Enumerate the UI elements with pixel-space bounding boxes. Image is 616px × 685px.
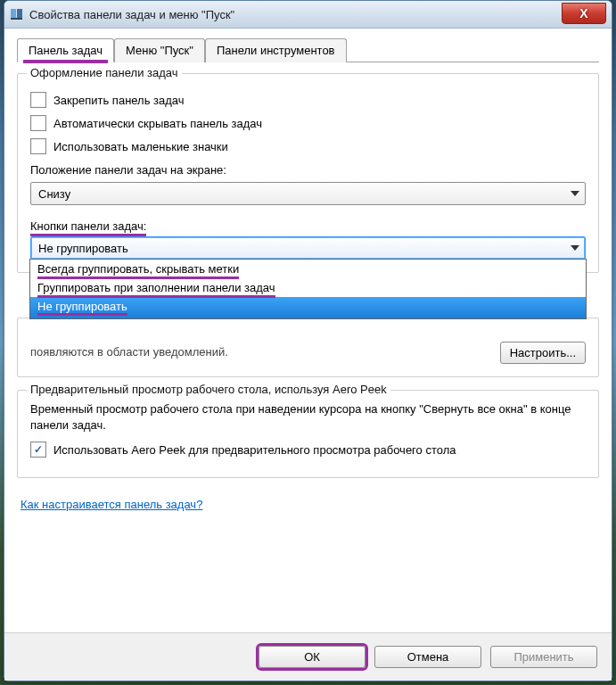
label-taskbar-position: Положение панели задач на экране:	[30, 163, 586, 177]
dialog-content: Панель задач Меню "Пуск" Панели инструме…	[4, 29, 612, 632]
row-lock-taskbar[interactable]: Закрепить панель задач	[30, 92, 586, 108]
cancel-button[interactable]: Отмена	[374, 646, 481, 668]
checkbox-aero-peek[interactable]	[30, 442, 46, 458]
help-link[interactable]: Как настраивается панель задач?	[21, 498, 202, 511]
tab-toolbars[interactable]: Панели инструментов	[205, 38, 347, 62]
row-small-icons[interactable]: Использовать маленькие значки	[30, 138, 586, 154]
label-aero-peek: Использовать Aero Peek для предварительн…	[53, 443, 456, 457]
dropdown-list: Всегда группировать, скрывать метки Груп…	[29, 259, 587, 319]
dropdown-buttons-value: Не группировать	[38, 242, 128, 255]
customize-button[interactable]: Настроить...	[500, 342, 586, 364]
option-combine-when-full[interactable]: Группировать при заполнении панели задач	[30, 278, 586, 297]
checkbox-small-icons[interactable]	[30, 138, 46, 154]
legend-aero-peek: Предварительный просмотр рабочего стола,…	[27, 383, 390, 396]
close-button[interactable]: X	[562, 3, 606, 24]
dropdown-taskbar-buttons[interactable]: Не группировать	[30, 236, 586, 260]
legend-appearance: Оформление панели задач	[27, 66, 182, 79]
apply-button[interactable]: Применить	[490, 646, 597, 668]
label-autohide: Автоматически скрывать панель задач	[53, 117, 262, 130]
label-lock-taskbar: Закрепить панель задач	[53, 94, 185, 107]
row-aero-peek[interactable]: Использовать Aero Peek для предварительн…	[30, 442, 586, 458]
dialog-window: Свойства панели задач и меню "Пуск" X Па…	[4, 0, 612, 681]
option-always-combine[interactable]: Всегда группировать, скрывать метки	[30, 260, 586, 278]
close-icon: X	[579, 6, 587, 21]
chevron-down-icon	[571, 245, 579, 251]
chevron-down-icon	[571, 191, 579, 196]
titlebar: Свойства панели задач и меню "Пуск" X	[4, 1, 612, 29]
tab-start-menu[interactable]: Меню "Пуск"	[114, 38, 205, 62]
svg-rect-2	[11, 18, 22, 20]
window-title: Свойства панели задач и меню "Пуск"	[29, 8, 234, 21]
tab-taskbar[interactable]: Панель задач	[17, 38, 114, 62]
dialog-button-bar: ОК Отмена Применить	[4, 632, 612, 681]
group-taskbar-appearance: Оформление панели задач Закрепить панель…	[17, 73, 599, 273]
ok-button[interactable]: ОК	[259, 646, 365, 668]
aero-peek-description: Временный просмотр рабочего стола при на…	[30, 401, 586, 433]
notification-area-text: появляются в области уведомлений.	[30, 345, 228, 360]
dropdown-wrap: Не группировать Всегда группировать, скр…	[30, 236, 586, 260]
label-taskbar-buttons: Кнопки панели задач:	[30, 219, 146, 233]
dropdown-taskbar-position[interactable]: Снизу	[30, 182, 586, 205]
group-notification-area: появляются в области уведомлений. Настро…	[17, 318, 599, 377]
app-icon	[10, 7, 24, 21]
tab-strip: Панель задач Меню "Пуск" Панели инструме…	[17, 37, 599, 62]
row-autohide[interactable]: Автоматически скрывать панель задач	[30, 115, 586, 131]
checkbox-lock-taskbar[interactable]	[30, 92, 46, 108]
label-small-icons: Использовать маленькие значки	[53, 140, 228, 153]
dropdown-pos-value: Снизу	[38, 187, 70, 201]
option-never-combine[interactable]: Не группировать	[30, 297, 586, 318]
group-aero-peek: Предварительный просмотр рабочего стола,…	[17, 390, 599, 478]
checkbox-autohide[interactable]	[30, 115, 46, 131]
